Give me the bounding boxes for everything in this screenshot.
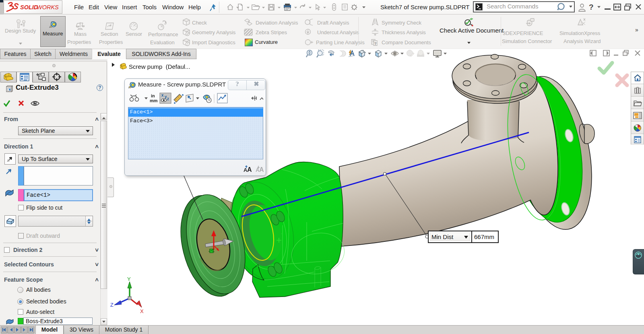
- svg-text:SOLID: SOLID: [20, 4, 38, 10]
- svg-text:X: X: [140, 308, 144, 314]
- svg-text:mm: mm: [150, 98, 158, 103]
- svg-text:A: A: [259, 166, 264, 173]
- svg-text:Y: Y: [127, 276, 131, 282]
- svg-text:Z: Z: [110, 302, 114, 308]
- svg-text:x: x: [161, 93, 164, 97]
- svg-text:WORKS: WORKS: [37, 4, 59, 10]
- svg-text:A: A: [247, 166, 252, 173]
- svg-text:in: in: [151, 93, 155, 98]
- svg-text:z: z: [167, 97, 169, 101]
- svg-text:?: ?: [374, 41, 377, 45]
